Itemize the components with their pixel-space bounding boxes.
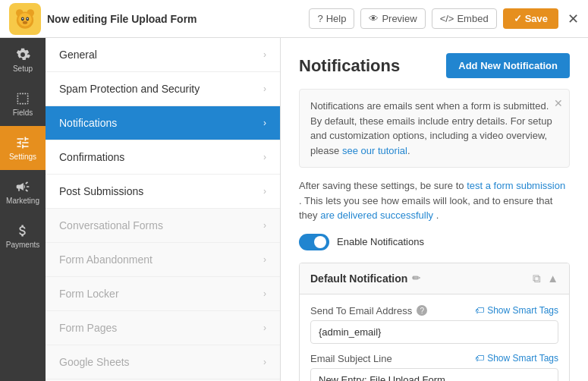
- sidebar-item-post-submissions[interactable]: Post Submissions ›: [46, 175, 280, 209]
- page-title: Notifications: [299, 56, 400, 76]
- notification-card-header: Default Notification ✏ ⧉ ▲: [300, 263, 569, 294]
- collapse-icon[interactable]: ▲: [547, 272, 558, 285]
- email-subject-input[interactable]: [310, 368, 558, 382]
- sidebar-item-fields[interactable]: Fields: [0, 82, 46, 126]
- icon-sidebar: Setup Fields Settings Marketing Payments: [0, 38, 46, 381]
- chevron-right-icon: ›: [263, 288, 266, 299]
- toggle-slider: [299, 234, 329, 250]
- gear-icon: [15, 47, 30, 62]
- sidebar-item-payments[interactable]: Payments: [0, 214, 46, 258]
- sidebar-item-general[interactable]: General ›: [46, 38, 280, 72]
- main-layout: Setup Fields Settings Marketing Payments…: [0, 38, 588, 381]
- enable-notifications-row: Enable Notifications: [299, 234, 570, 250]
- sidebar-item-notifications[interactable]: Notifications ›: [46, 106, 280, 140]
- marketing-label: Marketing: [6, 197, 39, 205]
- help-icon: ?: [417, 305, 427, 316]
- megaphone-icon: [15, 179, 30, 194]
- payments-label: Payments: [6, 241, 39, 249]
- send-to-input[interactable]: [310, 320, 558, 344]
- add-notification-button[interactable]: Add New Notification: [446, 53, 570, 78]
- close-button[interactable]: ✕: [568, 11, 579, 27]
- enable-notifications-toggle[interactable]: [299, 234, 329, 250]
- checkmark-icon: ✓: [514, 13, 522, 24]
- email-subject-label-row: Email Subject Line 🏷 Show Smart Tags: [310, 353, 558, 364]
- info-box-description: Notifications are emails sent when a for…: [299, 89, 570, 168]
- info-box-after-save: After saving these settings, be sure to …: [299, 178, 570, 223]
- send-to-label-row: Send To Email Address ? 🏷 Show Smart Tag…: [310, 305, 558, 316]
- email-subject-label: Email Subject Line: [310, 353, 392, 364]
- smart-tags-button[interactable]: 🏷 Show Smart Tags: [475, 305, 558, 316]
- sidebar-item-spam-protection[interactable]: Spam Protection and Security ›: [46, 72, 280, 106]
- notification-card-body: Send To Email Address ? 🏷 Show Smart Tag…: [300, 294, 569, 382]
- sidebar-item-form-locker[interactable]: Form Locker ›: [46, 277, 280, 311]
- sliders-icon: [15, 135, 30, 150]
- help-icon: ?: [317, 13, 322, 24]
- chevron-right-icon: ›: [263, 49, 266, 60]
- svg-point-8: [27, 17, 28, 19]
- help-button[interactable]: ? Help: [309, 8, 354, 29]
- email-subject-field-row: Email Subject Line 🏷 Show Smart Tags: [310, 353, 558, 382]
- form-title: Now editing File Upload Form: [47, 13, 303, 25]
- edit-pencil-icon[interactable]: ✏: [412, 272, 420, 284]
- enable-notifications-label: Enable Notifications: [337, 236, 424, 247]
- chevron-right-icon: ›: [263, 152, 266, 162]
- notification-card-title: Default Notification ✏: [310, 272, 420, 285]
- chevron-right-icon: ›: [263, 118, 266, 128]
- close-info-icon[interactable]: ✕: [554, 96, 563, 112]
- svg-point-3: [18, 13, 32, 27]
- notification-card-actions: ⧉ ▲: [533, 272, 558, 285]
- eye-icon: 👁: [369, 13, 379, 24]
- embed-button[interactable]: </> Embed: [432, 8, 497, 29]
- chevron-right-icon: ›: [263, 186, 266, 197]
- dollar-icon: [15, 223, 30, 238]
- svg-point-7: [22, 17, 24, 19]
- setup-label: Setup: [13, 65, 33, 73]
- tag-icon: 🏷: [475, 353, 484, 364]
- tag-icon: 🏷: [475, 305, 484, 316]
- chevron-right-icon: ›: [263, 220, 266, 231]
- send-to-field-row: Send To Email Address ? 🏷 Show Smart Tag…: [310, 305, 558, 344]
- tutorial-link[interactable]: see our tutorial: [342, 145, 407, 156]
- sidebar-item-form-abandonment[interactable]: Form Abandonment ›: [46, 243, 280, 277]
- bear-logo-icon: [13, 7, 37, 31]
- test-form-link[interactable]: test a form submission: [467, 180, 565, 191]
- save-button[interactable]: ✓ Save: [503, 8, 558, 29]
- sidebar-item-conversational-forms[interactable]: Conversational Forms ›: [46, 209, 280, 243]
- sidebar-item-confirmations[interactable]: Confirmations ›: [46, 140, 280, 175]
- nav-sidebar: General › Spam Protection and Security ›…: [46, 38, 281, 381]
- top-bar: Now editing File Upload Form ? Help 👁 Pr…: [0, 0, 588, 38]
- smart-tags-button-subject[interactable]: 🏷 Show Smart Tags: [475, 353, 558, 364]
- default-notification-card: Default Notification ✏ ⧉ ▲ Send To Email…: [299, 263, 570, 382]
- sidebar-item-settings[interactable]: Settings: [0, 126, 46, 170]
- svg-point-6: [23, 20, 27, 24]
- logo: [9, 3, 41, 35]
- delivered-link[interactable]: are delivered successfully: [320, 209, 433, 221]
- chevron-right-icon: ›: [263, 83, 266, 94]
- code-icon: </>: [440, 13, 454, 24]
- top-bar-actions: ? Help 👁 Preview </> Embed ✓ Save ✕: [309, 8, 579, 29]
- sidebar-item-form-pages[interactable]: Form Pages ›: [46, 311, 280, 345]
- sidebar-item-marketing[interactable]: Marketing: [0, 170, 46, 214]
- send-to-label: Send To Email Address: [310, 305, 412, 316]
- preview-button[interactable]: 👁 Preview: [360, 8, 425, 29]
- fields-icon: [15, 91, 30, 106]
- settings-label: Settings: [9, 153, 36, 161]
- chevron-right-icon: ›: [263, 323, 266, 333]
- sidebar-item-setup[interactable]: Setup: [0, 38, 46, 82]
- chevron-right-icon: ›: [263, 254, 266, 265]
- section-header: Notifications Add New Notification: [299, 53, 570, 78]
- chevron-right-icon: ›: [263, 357, 266, 367]
- sidebar-item-google-sheets[interactable]: Google Sheets ›: [46, 345, 280, 379]
- fields-label: Fields: [13, 109, 33, 117]
- main-content: Notifications Add New Notification Notif…: [281, 38, 588, 381]
- copy-icon[interactable]: ⧉: [533, 272, 541, 285]
